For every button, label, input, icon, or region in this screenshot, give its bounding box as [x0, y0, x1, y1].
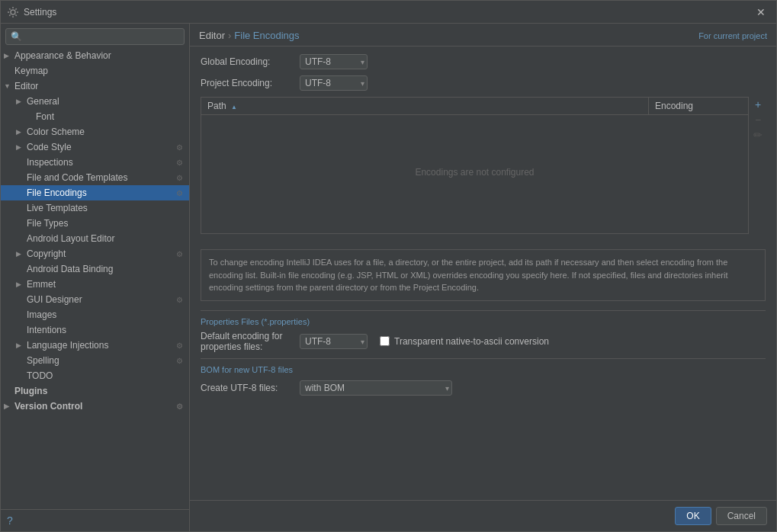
sidebar: ▶Appearance & BehaviorKeymap▼Editor▶Gene… [1, 24, 190, 531]
sidebar-item-label: Editor [14, 81, 38, 91]
settings-badge: ⚙ [176, 341, 183, 350]
sidebar-item-file-types[interactable]: File Types [1, 216, 189, 231]
table-tools: + − ✏ [750, 97, 766, 242]
sidebar-item-label: Emmet [27, 279, 56, 290]
sidebar-item-label: Android Data Binding [27, 264, 113, 274]
properties-encoding-label: Default encoding for properties files: [201, 331, 300, 352]
col-encoding: Encoding [649, 98, 748, 114]
transparent-checkbox[interactable] [380, 336, 390, 346]
sidebar-item-label: Android Layout Editor [27, 233, 114, 244]
sidebar-item-live-templates[interactable]: Live Templates [1, 200, 189, 216]
arrow-icon: ▶ [16, 280, 25, 288]
sidebar-item-editor[interactable]: ▼Editor [1, 79, 189, 94]
sidebar-item-android-layout[interactable]: Android Layout Editor [1, 231, 189, 246]
sidebar-item-appearance[interactable]: ▶Appearance & Behavior [1, 48, 189, 63]
bom-select-wrapper: with BOM with BOM if present without BOM [300, 380, 452, 396]
empty-table-message: Encodings are not configured [201, 115, 748, 229]
sidebar-item-label: File Types [27, 218, 68, 229]
sidebar-item-intentions[interactable]: Intentions [1, 322, 189, 338]
sidebar-item-font[interactable]: Font [1, 109, 189, 124]
sidebar-item-general[interactable]: ▶General [1, 94, 189, 109]
svg-point-0 [11, 10, 15, 14]
bom-row: Create UTF-8 files: with BOM with BOM if… [201, 380, 766, 396]
project-encoding-select-wrapper: UTF-8 UTF-16 ISO-8859-1 [300, 75, 368, 91]
sidebar-item-label: Live Templates [27, 203, 88, 213]
sidebar-item-label: Appearance & Behavior [14, 50, 111, 61]
for-current-project-link[interactable]: For current project [698, 31, 767, 40]
sidebar-item-android-databinding[interactable]: Android Data Binding [1, 261, 189, 277]
bottom-buttons: OK Cancel [190, 500, 776, 531]
properties-divider [201, 310, 766, 311]
search-input[interactable] [5, 28, 185, 45]
settings-badge: ⚙ [176, 357, 183, 365]
sidebar-item-version-control[interactable]: ▶Version Control⚙ [1, 399, 189, 414]
sidebar-item-todo[interactable]: TODO [1, 368, 189, 383]
sidebar-item-label: Color Scheme [27, 127, 85, 137]
settings-badge: ⚙ [176, 189, 183, 197]
encodings-table: Path ▲ Encoding Encodings are not config… [201, 97, 749, 234]
panel-body: Global Encoding: UTF-8 UTF-16 ISO-8859-1… [190, 46, 776, 500]
properties-section-label: Properties Files (*.properties) [201, 317, 766, 326]
properties-encoding-select-wrapper: UTF-8 UTF-16 ISO-8859-1 [300, 334, 368, 349]
help-icon[interactable]: ? [7, 514, 13, 527]
bom-select[interactable]: with BOM with BOM if present without BOM [300, 380, 452, 396]
settings-window: Settings ✕ ▶Appearance & BehaviorKeymap▼… [0, 0, 777, 532]
bom-section-label: BOM for new UTF-8 files [201, 365, 766, 374]
sidebar-item-label: General [27, 96, 59, 107]
global-encoding-label: Global Encoding: [201, 56, 300, 67]
settings-icon [7, 6, 19, 18]
sidebar-item-gui-designer[interactable]: GUI Designer⚙ [1, 292, 189, 307]
transparent-conversion-row: Transparent native-to-ascii conversion [380, 336, 549, 347]
title-bar-title: Settings [24, 7, 752, 18]
sidebar-item-copyright[interactable]: ▶Copyright⚙ [1, 246, 189, 261]
col-path: Path ▲ [201, 98, 649, 114]
sidebar-item-label: File Encodings [27, 187, 87, 198]
arrow-icon: ▶ [4, 402, 13, 410]
sidebar-item-images[interactable]: Images [1, 307, 189, 322]
arrow-icon: ▶ [16, 341, 25, 349]
add-encoding-button[interactable]: + [750, 97, 766, 112]
sidebar-item-label: Intentions [27, 325, 66, 335]
ok-button[interactable]: OK [675, 507, 711, 525]
sidebar-item-emmet[interactable]: ▶Emmet [1, 277, 189, 292]
sidebar-item-keymap[interactable]: Keymap [1, 63, 189, 79]
settings-badge: ⚙ [176, 159, 183, 167]
edit-encoding-button[interactable]: ✏ [750, 127, 766, 143]
sidebar-item-color-scheme[interactable]: ▶Color Scheme [1, 124, 189, 139]
project-encoding-select[interactable]: UTF-8 UTF-16 ISO-8859-1 [300, 75, 368, 91]
title-bar: Settings ✕ [1, 1, 776, 24]
project-encoding-label: Project Encoding: [201, 78, 300, 88]
sidebar-item-inspections[interactable]: Inspections⚙ [1, 155, 189, 170]
create-utf8-label: Create UTF-8 files: [201, 383, 300, 393]
sidebar-bottom: ? [1, 509, 189, 531]
sidebar-item-code-style[interactable]: ▶Code Style⚙ [1, 139, 189, 155]
sidebar-item-label: Images [27, 309, 56, 320]
table-outer: Path ▲ Encoding Encodings are not config… [201, 97, 766, 242]
settings-badge: ⚙ [176, 402, 183, 411]
global-encoding-select[interactable]: UTF-8 UTF-16 ISO-8859-1 [300, 54, 368, 69]
sidebar-item-plugins[interactable]: Plugins [1, 383, 189, 399]
sort-icon: ▲ [231, 104, 237, 111]
sidebar-item-label: Language Injections [27, 340, 108, 351]
settings-badge: ⚙ [176, 143, 183, 152]
arrow-icon: ▶ [16, 143, 25, 151]
sidebar-item-spelling[interactable]: Spelling⚙ [1, 353, 189, 368]
info-text: To change encoding IntelliJ IDEA uses fo… [201, 249, 766, 301]
breadcrumb-active: File Encodings [234, 30, 299, 41]
sidebar-item-file-code-templates[interactable]: File and Code Templates⚙ [1, 170, 189, 185]
sidebar-item-file-encodings[interactable]: File Encodings⚙ [1, 185, 189, 200]
properties-encoding-row: Default encoding for properties files: U… [201, 331, 766, 352]
remove-encoding-button[interactable]: − [750, 112, 766, 127]
sidebar-item-label: Font [36, 111, 54, 122]
close-button[interactable]: ✕ [752, 5, 770, 20]
arrow-icon: ▶ [16, 250, 25, 258]
cancel-button[interactable]: Cancel [716, 507, 767, 525]
global-encoding-select-wrapper: UTF-8 UTF-16 ISO-8859-1 [300, 54, 368, 69]
global-encoding-row: Global Encoding: UTF-8 UTF-16 ISO-8859-1 [201, 54, 766, 69]
sidebar-item-lang-injections[interactable]: ▶Language Injections⚙ [1, 338, 189, 353]
transparent-label: Transparent native-to-ascii conversion [394, 336, 549, 347]
sidebar-item-label: Copyright [27, 248, 66, 259]
arrow-icon: ▶ [4, 52, 13, 59]
main-panel: Editor › File Encodings For current proj… [190, 24, 776, 531]
properties-encoding-select[interactable]: UTF-8 UTF-16 ISO-8859-1 [300, 334, 368, 349]
